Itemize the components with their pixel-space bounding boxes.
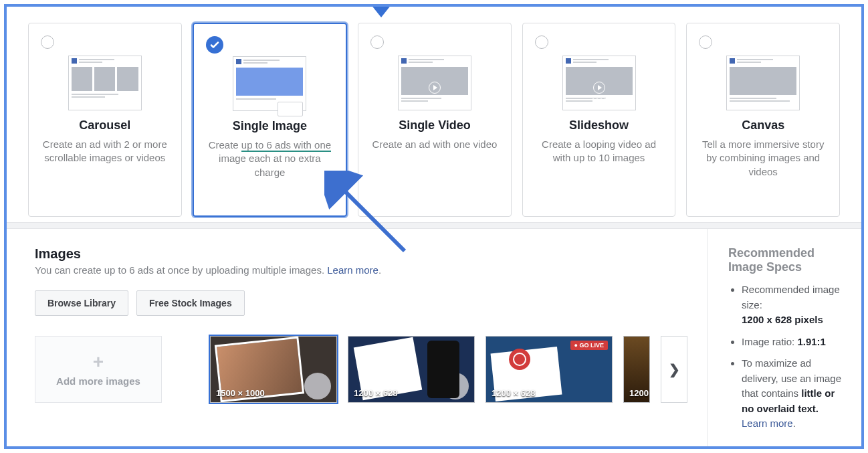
slideshow-dots-icon (592, 98, 606, 100)
radio-unchecked (699, 35, 712, 49)
specs-list: Recommended image size: 1200 x 628 pixel… (728, 282, 841, 432)
plus-icon: + (93, 353, 104, 371)
svg-line-1 (338, 184, 405, 251)
crop-circle-icon (304, 373, 331, 399)
format-card-canvas[interactable]: Canvas Tell a more immersive story by co… (686, 23, 840, 217)
spec-ratio: Image ratio: 1.91:1 (742, 335, 841, 350)
radio-checked (206, 36, 223, 54)
learn-more-link[interactable]: Learn more (327, 264, 378, 276)
ring-icon (509, 349, 530, 370)
lower-section: Images You can create up to 6 ads at onc… (7, 229, 861, 449)
thumb-dimensions: 1200 × 628 (492, 388, 535, 398)
annotation-arrow (324, 171, 418, 264)
annotation-underline: up to 6 ads with one (241, 139, 331, 152)
preview-canvas (726, 56, 800, 110)
card-title: Canvas (695, 118, 831, 132)
go-live-tag: ● GO LIVE (570, 341, 608, 350)
image-thumb-3[interactable]: ● GO LIVE 1200 × 628 (485, 336, 613, 403)
free-stock-images-button[interactable]: Free Stock Images (136, 290, 245, 316)
image-thumb-2[interactable]: 1200 × 628 (348, 336, 475, 403)
preview-carousel (68, 56, 142, 110)
top-pointer-arrow (368, 4, 395, 19)
card-desc: Create a looping video ad with up to 10 … (531, 138, 667, 165)
format-options-row: Carousel Create an ad with 2 or more scr… (7, 7, 861, 222)
format-card-carousel[interactable]: Carousel Create an ad with 2 or more scr… (28, 23, 182, 217)
card-title: Single Image (202, 119, 338, 133)
preview-single-image (233, 56, 306, 111)
spec-tip: To maximize ad delivery, use an image th… (742, 356, 841, 432)
specs-learn-more-link[interactable]: Learn more (742, 418, 793, 429)
image-thumb-4[interactable]: 1200 (623, 336, 650, 403)
preview-single-video (398, 56, 471, 110)
card-desc: Create an ad with one video (366, 138, 503, 151)
add-more-images-tile[interactable]: + Add more images (35, 336, 162, 403)
image-thumb-1[interactable]: 1500 × 1000 (210, 336, 337, 403)
crop-circle-icon (442, 373, 469, 399)
thumb-dimensions: 1500 × 1000 (216, 388, 265, 398)
ad-format-screen: Carousel Create an ad with 2 or more scr… (4, 4, 864, 449)
browse-library-button[interactable]: Browse Library (35, 290, 128, 316)
specs-panel: Recommended Image Specs Recommended imag… (708, 229, 861, 449)
card-desc: Tell a more immersive story by combining… (695, 138, 831, 179)
chevron-right-icon: ❯ (669, 361, 680, 377)
card-title: Carousel (37, 118, 173, 132)
radio-unchecked (41, 35, 54, 49)
radio-unchecked (535, 35, 548, 49)
scroll-right-button[interactable]: ❯ (661, 336, 687, 403)
play-icon (593, 82, 605, 94)
card-title: Slideshow (531, 118, 667, 132)
preview-slideshow (562, 56, 636, 110)
spec-size: Recommended image size: 1200 x 628 pixel… (742, 282, 841, 328)
radio-unchecked (370, 35, 384, 49)
card-desc: Create an ad with 2 or more scrollable i… (37, 138, 173, 165)
format-card-slideshow[interactable]: Slideshow Create a looping video ad with… (522, 23, 676, 217)
thumb-dimensions: 1200 (629, 388, 649, 398)
image-thumbnails-row: + Add more images 1500 × 1000 1200 × 628… (35, 336, 687, 403)
section-divider (7, 222, 861, 229)
images-subtitle: You can create up to 6 ads at once by up… (35, 264, 687, 276)
thumb-dimensions: 1200 × 628 (354, 388, 397, 398)
play-icon (429, 82, 441, 94)
card-desc: Create up to 6 ads with one image each a… (202, 139, 338, 179)
card-title: Single Video (366, 118, 503, 132)
svg-marker-0 (370, 4, 392, 17)
specs-title: Recommended Image Specs (728, 246, 841, 274)
